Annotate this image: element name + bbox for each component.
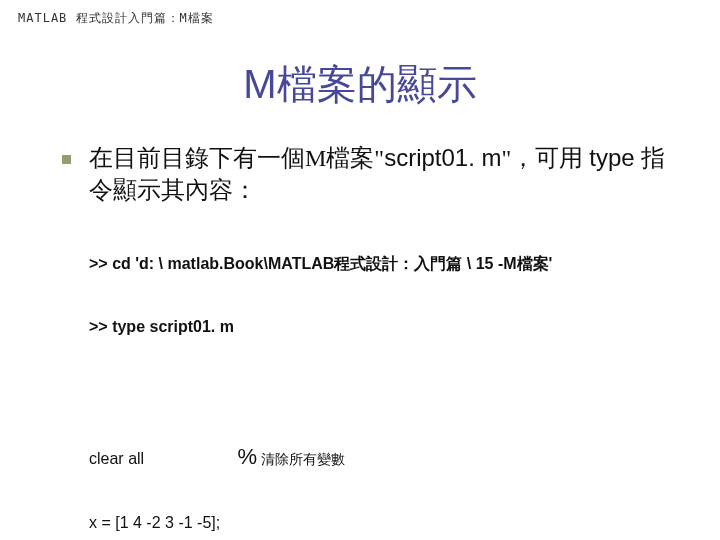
code-line: x = [1 4 -2 3 -1 -5]; [89, 513, 680, 534]
bullet-text-part2: "，可用 [502, 145, 590, 171]
command-line: >> cd 'd: \ matlab.Book\MATLAB程式設計：入門篇 \… [89, 254, 680, 275]
command-line: >> type script01. m [89, 317, 680, 338]
code-text: clear all [89, 450, 144, 467]
bullet-text: 在目前目錄下有一個M檔案"script01. m"，可用 type 指令顯示其內… [89, 142, 680, 207]
code-line: clear all % 清除所有變數 [89, 443, 680, 472]
code-block: clear all % 清除所有變數 x = [1 4 -2 3 -1 -5];… [89, 401, 680, 540]
comment-percent: % [238, 444, 258, 469]
slide-header: MATLAB 程式設計入門篇：M檔案 [0, 0, 720, 27]
command-block: >> cd 'd: \ matlab.Book\MATLAB程式設計：入門篇 \… [89, 213, 680, 379]
slide-title: M檔案的顯示 [0, 57, 720, 112]
bullet-square-icon [62, 155, 71, 164]
bullet-filename: script01. m [384, 144, 501, 171]
bullet-item: 在目前目錄下有一個M檔案"script01. m"，可用 type 指令顯示其內… [62, 142, 680, 207]
slide: MATLAB 程式設計入門篇：M檔案 M檔案的顯示 在目前目錄下有一個M檔案"s… [0, 0, 720, 540]
slide-content: 在目前目錄下有一個M檔案"script01. m"，可用 type 指令顯示其內… [0, 142, 720, 540]
code-spacer [144, 450, 237, 467]
comment-text: 清除所有變數 [257, 452, 345, 467]
bullet-text-part1: 在目前目錄下有一個M檔案" [89, 145, 384, 171]
bullet-cmd: type [589, 144, 634, 171]
